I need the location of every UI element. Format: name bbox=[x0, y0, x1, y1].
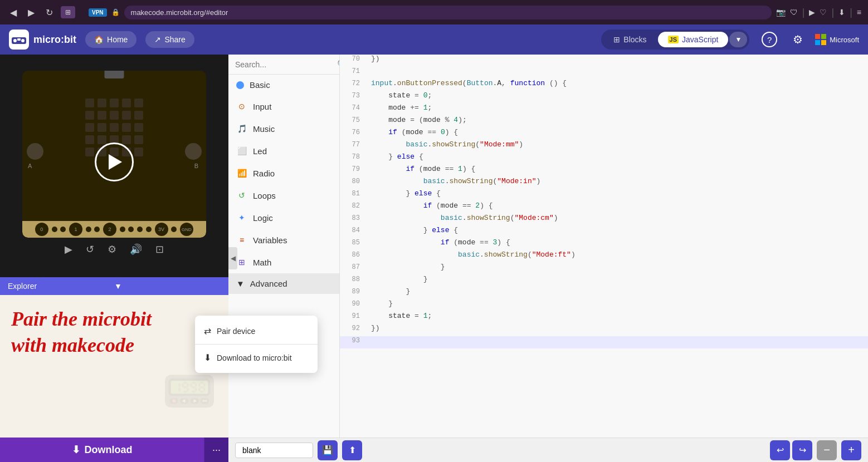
line-content-71 bbox=[367, 67, 868, 75]
line-content-91: state = 1; bbox=[367, 312, 868, 320]
toolbox-item-advanced[interactable]: ▼ Advanced bbox=[228, 273, 339, 294]
play-button[interactable]: ▶ bbox=[809, 8, 815, 17]
left-panel: A B 0 1 2 bbox=[0, 55, 228, 462]
search-input[interactable] bbox=[235, 60, 333, 69]
code-line-93: 93 bbox=[340, 336, 868, 348]
code-line-84: 84 } else { bbox=[340, 226, 868, 238]
line-content-81: } else { bbox=[367, 189, 868, 198]
heart-button[interactable]: ♡ bbox=[820, 8, 827, 17]
advanced-chevron-icon: ▼ bbox=[236, 279, 245, 288]
toolbox-item-basic[interactable]: Basic bbox=[228, 75, 339, 95]
zoom-out-button[interactable]: − bbox=[817, 440, 837, 460]
search-bar: 🔍 bbox=[228, 55, 339, 75]
mode-dropdown-button[interactable]: ▼ bbox=[729, 32, 747, 47]
separator3: | bbox=[850, 7, 852, 18]
line-num-93: 93 bbox=[340, 337, 367, 345]
tabs-button[interactable]: ⊞ bbox=[61, 6, 75, 18]
download-microbit-item[interactable]: ⬇ Download to micro:bit bbox=[195, 347, 318, 368]
toolbox-item-input[interactable]: ⊙ Input bbox=[228, 95, 339, 117]
line-num-89: 89 bbox=[340, 288, 367, 296]
line-num-80: 80 bbox=[340, 178, 367, 185]
redo-button[interactable]: ↪ bbox=[792, 440, 812, 460]
browser-chrome: ◀ ▶ ↻ ⊞ VPN 🔒 📷 🛡 | ▶ ♡ | ⬇ | ≡ bbox=[0, 0, 868, 24]
blocks-icon: ⊞ bbox=[613, 35, 620, 44]
collapse-panel-button[interactable]: ◀ bbox=[228, 247, 237, 269]
refresh-button[interactable]: ↻ bbox=[42, 5, 56, 20]
plus-icon: + bbox=[848, 444, 855, 456]
blocks-mode-button[interactable]: ⊞ Blocks bbox=[603, 32, 656, 47]
download-chrome-button[interactable]: ⬇ bbox=[838, 8, 845, 17]
sim-restart-button[interactable]: ↺ bbox=[81, 241, 99, 258]
line-content-84: } else { bbox=[367, 226, 868, 234]
button-b[interactable] bbox=[185, 143, 202, 160]
line-content-93 bbox=[367, 336, 868, 345]
line-content-72: input.onButtonPressed(Button.A, function… bbox=[367, 79, 868, 87]
javascript-mode-button[interactable]: JS JavaScript bbox=[658, 32, 729, 47]
toolbox-item-led[interactable]: ⬜ Led bbox=[228, 140, 339, 162]
download-button[interactable]: ⬇ Download bbox=[0, 438, 204, 462]
toolbox-item-music[interactable]: 🎵 Music bbox=[228, 117, 339, 140]
toolbox-item-math[interactable]: ⊞ Math bbox=[228, 251, 339, 273]
sim-volume-button[interactable]: 🔊 bbox=[125, 241, 147, 258]
toolbox-item-logic[interactable]: ✦ Logic bbox=[228, 207, 339, 229]
mode-toggle: ⊞ Blocks JS JavaScript ▼ bbox=[601, 30, 749, 50]
line-content-70: }) bbox=[367, 55, 868, 63]
forward-button[interactable]: ▶ bbox=[25, 5, 38, 20]
menu-button[interactable]: ≡ bbox=[857, 8, 861, 17]
popup-divider bbox=[195, 344, 318, 345]
button-a[interactable] bbox=[27, 143, 43, 160]
code-line-83: 83 basic.showString("Mode:cm") bbox=[340, 214, 868, 226]
lock-icon: 🔒 bbox=[111, 8, 120, 16]
separator2: | bbox=[831, 7, 834, 18]
home-button[interactable]: 🏠 Home bbox=[85, 31, 136, 48]
label-b: B bbox=[194, 163, 198, 169]
ms-grid-icon bbox=[815, 34, 826, 45]
math-label: Math bbox=[253, 258, 271, 267]
sim-play-button[interactable]: ▶ bbox=[60, 241, 77, 258]
code-editor[interactable]: 70 }) 71 72 input.onButtonPressed(Button… bbox=[340, 55, 868, 462]
line-num-87: 87 bbox=[340, 263, 367, 271]
line-content-86: basic.showString("Mode:ft") bbox=[367, 250, 868, 259]
back-button[interactable]: ◀ bbox=[7, 5, 20, 20]
shield-button[interactable]: 🛡 bbox=[790, 8, 798, 17]
help-button[interactable]: ? bbox=[758, 28, 781, 51]
play-button-sim[interactable] bbox=[95, 142, 134, 181]
line-num-79: 79 bbox=[340, 165, 367, 173]
explorer-chevron-icon: ▼ bbox=[114, 282, 221, 291]
code-line-85: 85 if (mode == 3) { bbox=[340, 238, 868, 250]
toolbox-item-radio[interactable]: 📶 Radio bbox=[228, 162, 339, 184]
screenshot-button[interactable]: 📷 bbox=[776, 8, 786, 17]
sim-fullscreen-button[interactable]: ⊡ bbox=[151, 241, 168, 258]
vpn-badge: VPN bbox=[89, 8, 107, 17]
url-bar[interactable] bbox=[124, 6, 772, 19]
advanced-label: Advanced bbox=[250, 279, 287, 288]
radio-label: Radio bbox=[253, 169, 275, 178]
music-label: Music bbox=[253, 124, 275, 134]
microsoft-label: Microsoft bbox=[830, 36, 859, 44]
undo-icon: ↩ bbox=[777, 445, 784, 455]
download-label: Download bbox=[85, 444, 133, 456]
download-microbit-label: Download to micro:bit bbox=[217, 353, 292, 362]
pair-device-item[interactable]: ⇄ Pair device bbox=[195, 320, 318, 342]
undo-button[interactable]: ↩ bbox=[770, 440, 790, 460]
bg-microbit-icon: 📟 bbox=[162, 365, 217, 417]
line-content-78: } else { bbox=[367, 153, 868, 161]
share-icon: ↗ bbox=[154, 35, 161, 44]
filename-input[interactable] bbox=[235, 443, 313, 458]
settings-button[interactable]: ⚙ bbox=[789, 30, 806, 50]
upload-button[interactable]: ⬆ bbox=[342, 440, 362, 460]
toolbox-item-variables[interactable]: ≡ Variables bbox=[228, 229, 339, 251]
toolbox-item-loops[interactable]: ↺ Loops bbox=[228, 184, 339, 207]
sim-settings-button[interactable]: ⚙ bbox=[103, 241, 121, 258]
zoom-in-button[interactable]: + bbox=[841, 440, 861, 460]
download-more-button[interactable]: ··· bbox=[204, 438, 228, 462]
logic-icon: ✦ bbox=[236, 212, 247, 223]
explorer-bar[interactable]: Explorer ▼ bbox=[0, 277, 228, 295]
save-button[interactable]: 💾 bbox=[318, 440, 338, 460]
variables-label: Variables bbox=[253, 235, 287, 245]
code-line-77: 77 basic.showString("Mode:mm") bbox=[340, 140, 868, 153]
code-line-80: 80 basic.showString("Mode:in") bbox=[340, 177, 868, 189]
share-button[interactable]: ↗ Share bbox=[145, 31, 194, 48]
minus-icon: − bbox=[823, 444, 830, 456]
line-num-77: 77 bbox=[340, 141, 367, 149]
